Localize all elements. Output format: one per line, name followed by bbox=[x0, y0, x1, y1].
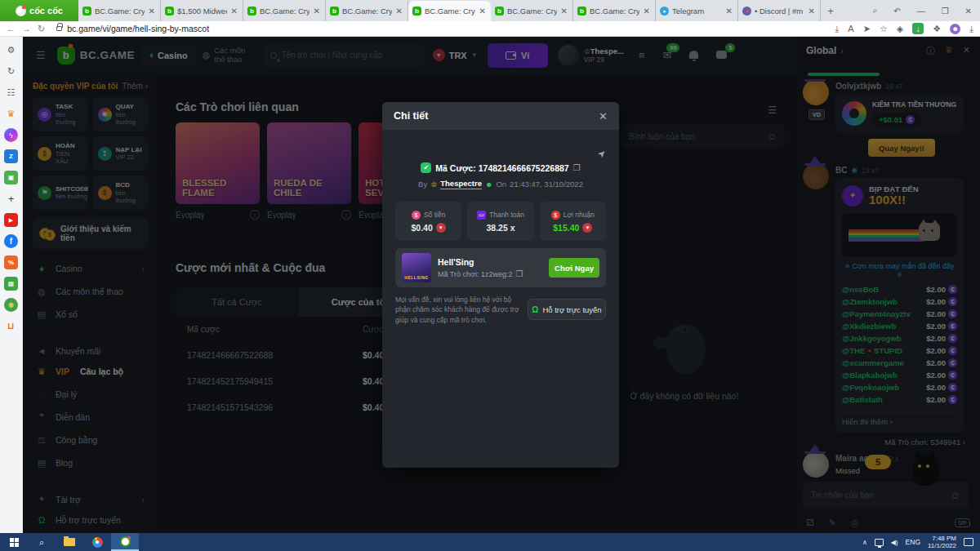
minimize-button[interactable]: — bbox=[909, 7, 933, 16]
live-support-button[interactable]: Ω Hỗ trợ trực tuyến bbox=[528, 299, 606, 320]
browser-tab[interactable]: BC.Game: Crypto ✕ bbox=[573, 0, 656, 21]
action-center-icon[interactable] bbox=[964, 538, 973, 546]
sidebar-app-icon[interactable]: ☷ bbox=[4, 86, 18, 100]
copy-icon[interactable]: ❐ bbox=[573, 163, 581, 172]
sidebar-app-icon[interactable]: ϟ bbox=[4, 128, 18, 142]
browser-tab[interactable]: • Discord | #m ✕ bbox=[738, 0, 821, 21]
sidebar-app-icon[interactable]: ▦ bbox=[4, 277, 18, 291]
sidebar-app-icon[interactable]: Z bbox=[4, 149, 18, 163]
browser-tab[interactable]: BC.Game: Crypto ✕ bbox=[491, 0, 573, 21]
recent-tabs-icon[interactable]: ↶ bbox=[885, 7, 908, 16]
coccoc-brand[interactable]: cốc cốc bbox=[0, 0, 78, 21]
address-bar-actions: ⤓ A ➤ ☆ ◈ ↓ ❖ ☻ ⤓ bbox=[835, 23, 973, 34]
browser-tab[interactable]: BC.Game: Crypto ✕ bbox=[408, 1, 491, 21]
coccoc-taskbar-icon[interactable] bbox=[111, 533, 139, 551]
sidebar-app-icon[interactable]: % bbox=[4, 256, 18, 269]
tab-title: BC.Game: Crypto bbox=[342, 7, 392, 16]
tab-favicon bbox=[577, 7, 586, 16]
file-explorer-icon[interactable] bbox=[56, 533, 83, 551]
translate-icon[interactable]: A bbox=[848, 24, 853, 33]
tab-favicon bbox=[412, 7, 421, 16]
tab-favicon bbox=[742, 7, 751, 16]
verified-icon: ✔ bbox=[421, 162, 431, 173]
chrome-icon[interactable] bbox=[83, 533, 111, 551]
sidebar-app-icon[interactable]: ⚙ bbox=[4, 43, 18, 57]
extensions-icon[interactable]: ❖ bbox=[933, 24, 941, 34]
tab-close-icon[interactable]: ✕ bbox=[148, 7, 156, 16]
save-page-icon[interactable]: ⤓ bbox=[835, 24, 839, 34]
tab-close-icon[interactable]: ✕ bbox=[479, 7, 487, 16]
forward-icon[interactable]: → bbox=[22, 24, 31, 33]
play-now-button[interactable]: Chơi Ngay bbox=[549, 258, 599, 278]
bookmark-star-icon[interactable]: ☆ bbox=[880, 24, 888, 34]
sidebar-app-icon[interactable]: + bbox=[4, 192, 18, 206]
game-id: Mã Trò chơi: 1z2weg:2 bbox=[438, 270, 512, 278]
tab-strip: BC.Game: Crypto ✕ $1,500 Midweek ✕ BC.Ga… bbox=[78, 0, 821, 21]
copy-icon[interactable]: ❐ bbox=[515, 269, 523, 278]
tray-expand-icon[interactable]: ∧ bbox=[862, 539, 867, 546]
modal-header: Chi tiết ✕ bbox=[382, 102, 619, 130]
tab-close-icon[interactable]: ✕ bbox=[725, 7, 733, 16]
sidebar-app-icon[interactable]: ❋ bbox=[4, 298, 18, 312]
sidebar-app-icon[interactable]: f bbox=[4, 234, 18, 248]
screen: cốc cốc BC.Game: Crypto ✕ $1,500 Midweek… bbox=[0, 0, 980, 551]
reload-icon[interactable]: ↻ bbox=[38, 24, 45, 34]
game-thumbnail[interactable]: HELLSING bbox=[402, 253, 431, 282]
browser-tab[interactable]: BC.Game: Crypto ✕ bbox=[326, 0, 408, 21]
share-bet-icon[interactable]: ➤ bbox=[595, 146, 608, 160]
network-icon[interactable] bbox=[875, 539, 884, 546]
browser-tab[interactable]: BC.Game: Crypto ✕ bbox=[243, 0, 326, 21]
sidebar-app-icon[interactable]: ▣ bbox=[4, 171, 18, 184]
stat-icon: ▭ bbox=[477, 211, 486, 220]
url-box[interactable] bbox=[51, 24, 509, 33]
window-controls: ⌕ ↶ — ❐ ✕ bbox=[865, 0, 980, 21]
tab-title: BC.Game: Crypto bbox=[590, 7, 639, 16]
system-tray: ∧ ◀) ENG 7:48 PM11/1/2022 bbox=[862, 535, 980, 549]
bet-datetime: 21:43:47, 31/10/2022 bbox=[510, 180, 583, 189]
taskbar-search-icon[interactable]: ⌕ bbox=[28, 533, 56, 551]
tab-close-icon[interactable]: ✕ bbox=[313, 7, 321, 16]
tab-title: BC.Game: Crypto bbox=[507, 7, 557, 16]
sidebar-app-icon[interactable]: ▶ bbox=[4, 213, 18, 227]
game-title: Hell'Sing bbox=[438, 257, 542, 267]
tab-title: BC.Game: Crypto bbox=[425, 7, 475, 16]
tab-favicon bbox=[165, 7, 174, 16]
tab-title: $1,500 Midweek bbox=[177, 7, 227, 16]
new-tab-button[interactable]: + bbox=[821, 0, 840, 21]
download-manager-icon[interactable]: ↓ bbox=[912, 23, 924, 34]
adblock-shield-icon[interactable]: ◈ bbox=[897, 24, 903, 34]
bet-stat: $Lợi nhuận $15.40▼ bbox=[540, 202, 606, 241]
bettor-name[interactable]: Thespectre bbox=[440, 179, 482, 189]
browser-tab[interactable]: Telegram ✕ bbox=[656, 0, 738, 21]
sidebar-app-icon[interactable]: ⊔ bbox=[4, 319, 18, 333]
start-button[interactable] bbox=[0, 533, 28, 551]
tab-close-icon[interactable]: ✕ bbox=[643, 7, 651, 16]
browser-tab[interactable]: BC.Game: Crypto ✕ bbox=[78, 0, 161, 21]
share-icon[interactable]: ➤ bbox=[863, 24, 871, 34]
bet-stats: $Số tiền $0.40▼ ▭Thanh toán 38.25 x▼ $Lợ… bbox=[395, 202, 606, 241]
sidebar-app-icon[interactable]: ↻ bbox=[4, 64, 18, 78]
browser-tab[interactable]: $1,500 Midweek ✕ bbox=[161, 0, 243, 21]
bet-details-modal: Chi tiết ✕ ➤ ✔ Mã Cược: 1748214666675226… bbox=[382, 102, 619, 468]
downloads-tray-icon[interactable]: ⤓ bbox=[969, 24, 973, 34]
maximize-button[interactable]: ❐ bbox=[933, 7, 957, 16]
tab-close-icon[interactable]: ✕ bbox=[230, 7, 238, 16]
modal-close-icon[interactable]: ✕ bbox=[599, 110, 608, 122]
bcgame-site: ☰ b BC.GAME ♦ Casino ◍ Các môn thể thao … bbox=[23, 37, 980, 533]
coccoc-brand-label: cốc cốc bbox=[29, 6, 63, 16]
close-window-button[interactable]: ✕ bbox=[957, 7, 980, 16]
browser-profile-icon[interactable]: ☻ bbox=[950, 24, 960, 34]
bet-id: Mã Cược: 1748214666675226887 bbox=[435, 163, 568, 173]
tab-search-icon[interactable]: ⌕ bbox=[865, 6, 886, 16]
back-icon[interactable]: ← bbox=[7, 24, 16, 33]
tab-close-icon[interactable]: ✕ bbox=[560, 7, 568, 16]
clock[interactable]: 7:48 PM11/1/2022 bbox=[928, 535, 956, 549]
tab-close-icon[interactable]: ✕ bbox=[395, 7, 403, 16]
sidebar-app-icon[interactable]: ♛ bbox=[4, 107, 18, 121]
tab-close-icon[interactable]: ✕ bbox=[808, 7, 816, 16]
language-indicator[interactable]: ENG bbox=[906, 538, 920, 546]
browser-tab-bar: cốc cốc BC.Game: Crypto ✕ $1,500 Midweek… bbox=[0, 0, 980, 21]
url-input[interactable] bbox=[67, 24, 492, 33]
volume-icon[interactable]: ◀) bbox=[891, 539, 898, 546]
bet-stat: $Số tiền $0.40▼ bbox=[395, 202, 461, 241]
